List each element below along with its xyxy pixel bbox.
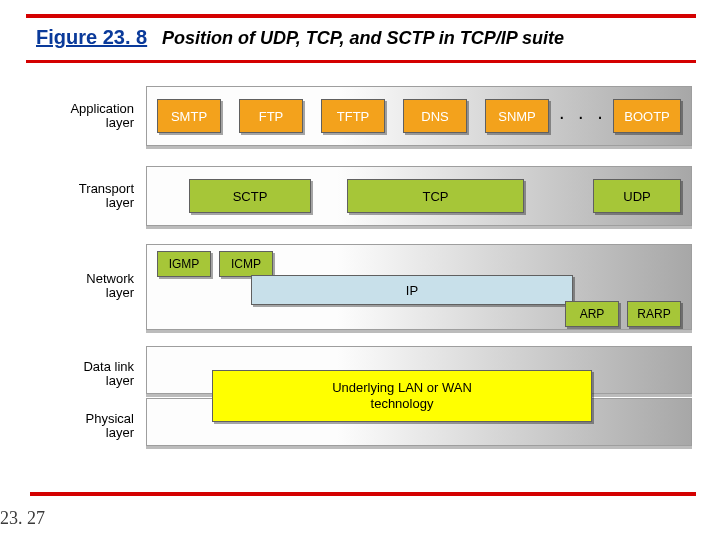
box-ip: IP [251, 275, 573, 305]
label-physical-layer: Physicallayer [18, 412, 134, 440]
label-datalink-layer: Data linklayer [18, 360, 134, 388]
label-network-layer: Networklayer [18, 272, 134, 300]
box-igmp: IGMP [157, 251, 211, 277]
box-arp: ARP [565, 301, 619, 327]
box-tftp: TFTP [321, 99, 385, 133]
page-number: 23. 27 [0, 508, 45, 529]
figure-title: Figure 23. 8 Position of UDP, TCP, and S… [36, 26, 686, 58]
figure-caption: Position of UDP, TCP, and SCTP in TCP/IP… [162, 28, 564, 48]
footer-rule [30, 492, 696, 496]
panel-network: IGMP ICMP IP ARP RARP [146, 244, 692, 330]
label-transport-layer: Transportlayer [18, 182, 134, 210]
box-rarp: RARP [627, 301, 681, 327]
box-bootp: BOOTP [613, 99, 681, 133]
box-underlying-technology: Underlying LAN or WAN technology [212, 370, 592, 422]
box-icmp: ICMP [219, 251, 273, 277]
tcpip-diagram: Applicationlayer SMTP FTP TFTP DNS SNMP … [18, 80, 706, 484]
label-application-layer: Applicationlayer [18, 102, 134, 130]
box-ftp: FTP [239, 99, 303, 133]
title-underline [26, 60, 696, 63]
box-dns: DNS [403, 99, 467, 133]
ellipsis-icon: · · · [559, 105, 607, 128]
box-snmp: SNMP [485, 99, 549, 133]
panel-application: SMTP FTP TFTP DNS SNMP · · · BOOTP [146, 86, 692, 146]
box-tcp: TCP [347, 179, 524, 213]
box-sctp: SCTP [189, 179, 311, 213]
box-smtp: SMTP [157, 99, 221, 133]
box-udp: UDP [593, 179, 681, 213]
header-rule [26, 14, 696, 18]
figure-number: Figure 23. 8 [36, 26, 147, 48]
panel-transport: SCTP TCP UDP [146, 166, 692, 226]
